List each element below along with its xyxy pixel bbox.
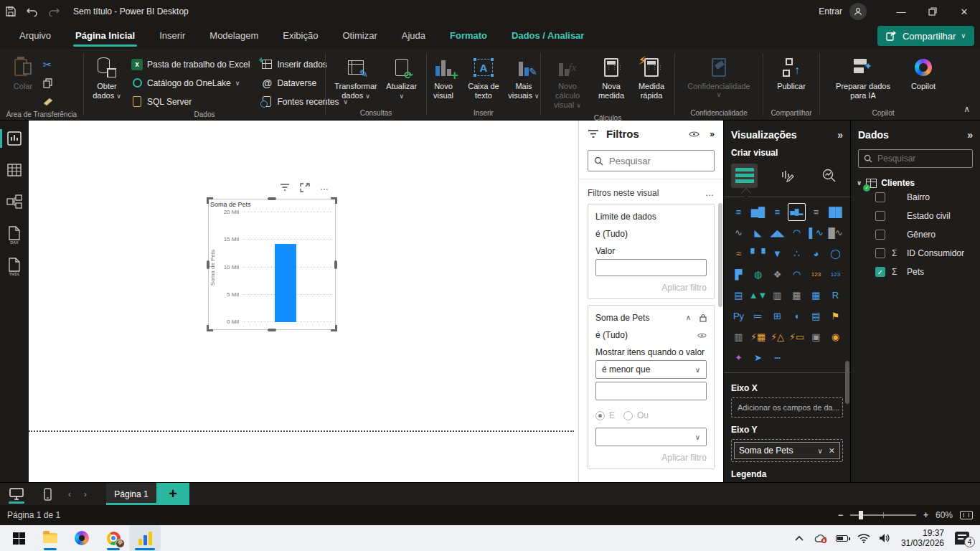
field-estado-civil[interactable]: Estado civil (857, 207, 974, 225)
visual-type-stacked-bar-chart[interactable]: ≡ (730, 203, 748, 221)
x-axis-well[interactable]: Adicionar os campos de da... (731, 397, 843, 418)
new-visual-button[interactable]: + Novovisual (423, 52, 463, 102)
visual-type-get-more-visuals[interactable]: ••• (768, 349, 786, 367)
menu-tab-otimizar[interactable]: Otimizar (330, 24, 389, 48)
zoom-slider-thumb[interactable] (859, 511, 863, 519)
menu-tab-arquivo[interactable]: Arquivo (7, 24, 63, 48)
new-measure-button[interactable]: Novamedida (591, 52, 631, 102)
radio-and[interactable] (595, 411, 605, 420)
collapse-pane-icon[interactable]: » (837, 129, 843, 141)
visual-type-100-stacked-column-chart[interactable]: ██ (826, 203, 844, 221)
field-bairro[interactable]: Bairro (857, 188, 974, 207)
visual-type-matrix[interactable]: ▦ (807, 286, 825, 304)
quick-measure-button[interactable]: ⚡ Medidarápida (631, 52, 672, 102)
visual-type-metrics[interactable]: ⚑ (826, 307, 844, 325)
start-button[interactable] (3, 525, 34, 551)
resize-handle[interactable] (268, 197, 276, 200)
chevron-down-icon[interactable]: ∨ (817, 447, 822, 455)
filter-second-operator-select[interactable]: ∨ (595, 428, 707, 446)
visual-type-power-apps-visual[interactable]: ⚡▦ (749, 328, 767, 346)
next-page-button[interactable]: › (77, 483, 93, 505)
visual-type-stacked-column-chart[interactable]: ▆█ (749, 203, 767, 221)
visual-type-custom-visual-2[interactable]: ➤ (749, 349, 767, 367)
visual-type-stacked-area-chart[interactable]: ◢◣ (768, 224, 786, 242)
more-options-icon[interactable]: … (320, 182, 330, 192)
model-view-button[interactable] (3, 191, 26, 212)
filters-search[interactable] (588, 150, 715, 171)
apply-filter-button[interactable]: Aplicar filtro (595, 283, 707, 293)
y-axis-well[interactable]: Soma de Pets ∨ ✕ (731, 439, 843, 462)
data-search-input[interactable] (877, 154, 967, 164)
data-search[interactable] (858, 149, 973, 168)
visual-type-treemap[interactable]: ▛ (730, 265, 748, 283)
visual-type-slicer[interactable]: ≔ (749, 307, 767, 325)
visual-type-card[interactable]: 123 (826, 265, 844, 283)
resize-handle[interactable] (334, 260, 337, 269)
field-checkbox[interactable] (875, 211, 885, 221)
copilot-button[interactable]: Copilot (903, 52, 943, 93)
filter-operator-select[interactable]: é menor que∨ (595, 360, 707, 379)
visual-filter-icon[interactable] (280, 183, 290, 192)
visual-type-custom-visual-1[interactable]: ✦ (730, 349, 748, 367)
visual-type-100-stacked-area-chart[interactable]: ◠ (788, 224, 806, 242)
visual-type-waterfall-chart[interactable]: ▘▝ (749, 245, 767, 263)
format-painter-button[interactable] (43, 95, 54, 108)
remove-field-icon[interactable]: ✕ (829, 446, 835, 456)
zoom-slider[interactable] (850, 514, 916, 516)
visual-type-smart-narrative[interactable]: ▤ (807, 307, 825, 325)
menu-tab-modelagem[interactable]: Modelagem (197, 24, 270, 48)
desktop-layout-button[interactable] (0, 483, 33, 505)
filter-card-data-limit[interactable]: Limite de dados é (Tudo) Valor Aplicar f… (588, 204, 715, 299)
zoom-out-button[interactable]: − (838, 510, 843, 520)
visual-type-paginated-report[interactable]: ▥ (730, 328, 748, 346)
resize-handle[interactable] (268, 329, 276, 331)
redo-icon[interactable] (43, 3, 65, 20)
chrome-button[interactable] (98, 525, 129, 551)
field-checkbox[interactable] (875, 248, 885, 258)
share-button[interactable]: Compartilhar ∨ (877, 26, 974, 46)
visual-type-kpi[interactable]: ▲▼ (749, 286, 767, 304)
table-view-button[interactable] (3, 159, 26, 181)
visual-type-line-and-clustered-column-chart[interactable]: █∿ (826, 224, 844, 242)
resize-handle[interactable] (331, 197, 337, 204)
chart-bar-soma-de-pets[interactable] (275, 244, 296, 322)
wifi-icon[interactable] (855, 528, 872, 548)
undo-icon[interactable] (22, 3, 43, 20)
more-visuals-button[interactable]: ✎ Maisvisuais ∨ (504, 52, 544, 103)
filters-search-input[interactable] (609, 156, 735, 166)
menu-tab-formato[interactable]: Formato (438, 24, 499, 48)
notification-center-button[interactable]: 4 (951, 528, 973, 548)
prepare-data-ai-button[interactable]: ✦ Preparar dados para IA (823, 52, 903, 102)
resize-handle[interactable] (207, 325, 213, 331)
visual-type-100-stacked-bar-chart[interactable]: ≡ (807, 203, 825, 221)
field-pets[interactable]: ✓ΣPets (857, 263, 974, 281)
tab-analytics[interactable] (816, 164, 843, 188)
copilot-taskbar-button[interactable] (66, 525, 98, 551)
field-checkbox[interactable] (875, 230, 885, 240)
chevron-expanded-icon[interactable]: ∨ (857, 179, 862, 187)
collapse-ribbon-button[interactable]: ∧ (963, 104, 980, 120)
minimize-button[interactable]: — (885, 0, 917, 23)
get-data-button[interactable]: Obterdados ∨ (87, 52, 127, 103)
bar-chart-visual[interactable]: Soma de Pets Soma de Pets 0 Mil5 Mil10 M… (208, 199, 336, 330)
menu-tab-inserir[interactable]: Inserir (147, 24, 197, 48)
visual-type-area-chart[interactable]: ◣ (749, 224, 767, 242)
visual-type-pie-chart[interactable]: ◕ (807, 245, 825, 263)
apply-filter-button[interactable]: Aplicar filtro (595, 453, 707, 463)
previous-page-button[interactable]: ‹ (62, 483, 77, 505)
dax-query-view-button[interactable]: DAX (3, 222, 26, 244)
refresh-button[interactable]: ⟳ Atualizar∨ (382, 52, 422, 103)
visual-type-line-chart[interactable]: ∿ (730, 224, 748, 242)
visual-type-decomposition-tree[interactable]: ⊞ (768, 307, 786, 325)
scrollbar[interactable] (718, 203, 722, 307)
transform-data-button[interactable]: ✎ Transformardados ∨ (330, 52, 382, 103)
field-checkbox[interactable] (875, 192, 885, 202)
field-pill-soma-de-pets[interactable]: Soma de Pets ∨ ✕ (734, 442, 840, 459)
paste-button[interactable]: Colar (3, 52, 43, 93)
clock[interactable]: 19:37 31/03/2026 (901, 528, 944, 548)
visual-type-clustered-bar-chart[interactable]: ≡ (768, 203, 786, 221)
close-button[interactable]: ✕ (948, 0, 980, 23)
menu-tab-ajuda[interactable]: Ajuda (390, 24, 438, 48)
sensitivity-button[interactable]: Confidencialidade ∨ (683, 52, 754, 100)
visual-type-clustered-column-chart[interactable]: ▅█▂ (788, 203, 806, 221)
